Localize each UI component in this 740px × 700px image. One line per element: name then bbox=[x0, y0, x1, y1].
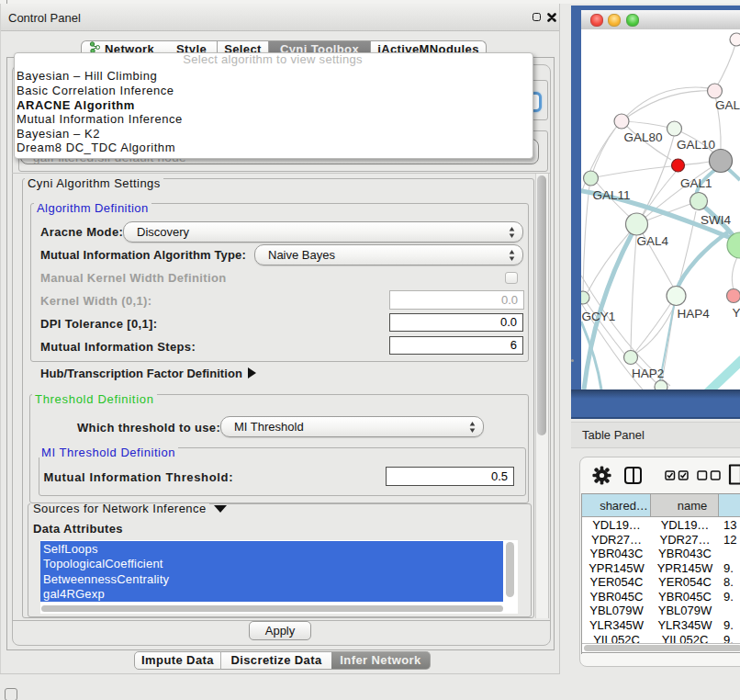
svg-text:GAL4: GAL4 bbox=[637, 234, 669, 248]
svg-text:GAL80: GAL80 bbox=[624, 130, 663, 144]
svg-text:HAP2: HAP2 bbox=[632, 367, 664, 380]
svg-text:GCY1: GCY1 bbox=[582, 310, 616, 323]
svg-text:GAL1: GAL1 bbox=[680, 176, 712, 190]
svg-text:GAL10: GAL10 bbox=[677, 138, 715, 152]
svg-text:Y: Y bbox=[733, 306, 740, 320]
svg-text:HAP4: HAP4 bbox=[678, 307, 711, 321]
svg-text:GAL11: GAL11 bbox=[593, 188, 631, 202]
svg-text:GAL2: GAL2 bbox=[715, 98, 740, 112]
svg-text:SWI4: SWI4 bbox=[701, 213, 731, 227]
